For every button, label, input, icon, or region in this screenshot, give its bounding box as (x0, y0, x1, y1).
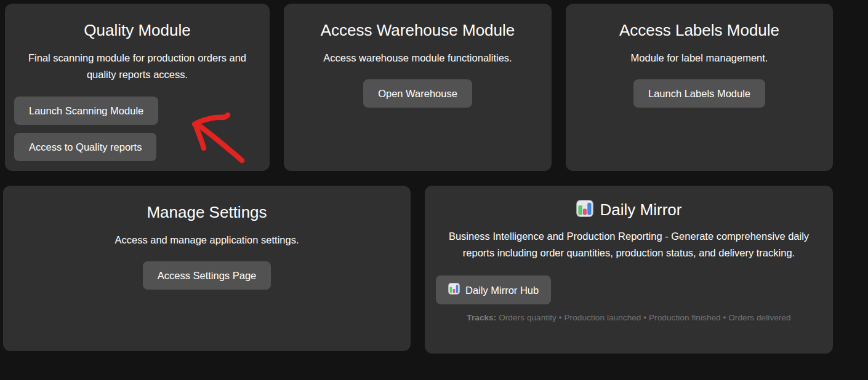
bar-chart-icon (448, 283, 460, 297)
warehouse-module-card: Access Warehouse Module Access warehouse… (284, 4, 552, 171)
warehouse-module-title: Access Warehouse Module (296, 20, 539, 40)
warehouse-module-description: Access warehouse module functionalities. (296, 50, 539, 66)
labels-module-card: Access Labels Module Module for label ma… (566, 4, 833, 171)
settings-description: Access and manage application settings. (15, 232, 398, 248)
daily-mirror-title-row: Daily Mirror (437, 200, 821, 220)
labels-module-title: Access Labels Module (578, 20, 821, 40)
access-quality-reports-button[interactable]: Access to Quality reports (14, 133, 156, 161)
settings-card: Manage Settings Access and manage applic… (3, 186, 411, 351)
daily-mirror-title: Daily Mirror (600, 200, 682, 220)
quality-module-card: Quality Module Final scanning module for… (5, 4, 270, 171)
daily-mirror-button-row: Daily Mirror Hub (436, 275, 821, 304)
labels-module-description: Module for label management. (578, 50, 821, 66)
open-warehouse-button[interactable]: Open Warehouse (363, 79, 472, 108)
quality-module-buttons: Launch Scanning Module Access to Quality… (14, 97, 257, 161)
settings-title: Manage Settings (15, 202, 398, 222)
daily-mirror-description: Business Intelligence and Production Rep… (444, 228, 814, 261)
access-settings-page-button[interactable]: Access Settings Page (143, 261, 271, 290)
launch-labels-module-button[interactable]: Launch Labels Module (633, 79, 765, 108)
tracks-summary: Tracks: Orders quantity • Production lau… (437, 313, 821, 322)
daily-mirror-hub-button[interactable]: Daily Mirror Hub (436, 275, 551, 304)
quality-module-description: Final scanning module for production ord… (17, 50, 257, 83)
daily-mirror-card: Daily Mirror Business Intelligence and P… (425, 186, 833, 354)
quality-module-title: Quality Module (17, 20, 257, 40)
launch-scanning-module-button[interactable]: Launch Scanning Module (14, 97, 158, 125)
tracks-items: Orders quantity • Production launched • … (499, 313, 790, 322)
bar-chart-icon (576, 200, 593, 220)
daily-mirror-hub-button-label: Daily Mirror Hub (465, 284, 539, 296)
tracks-label: Tracks: (467, 313, 496, 322)
